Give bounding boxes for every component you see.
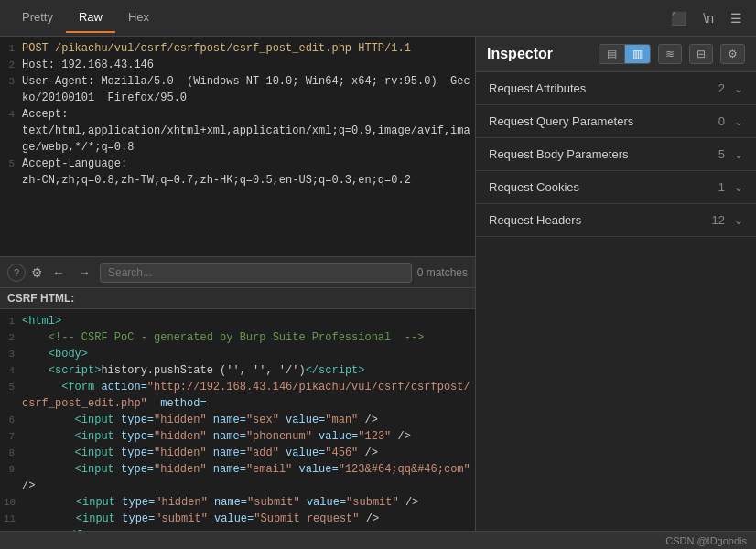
status-text: CSDN @IDgoodis <box>665 535 747 546</box>
chevron-down-icon: ⌄ <box>734 214 743 227</box>
code-line: 6 <input type="hidden" name="sex" value=… <box>0 412 475 428</box>
csrf-code-area[interactable]: 1 <html> 2 <!-- CSRF PoC - generated by … <box>0 309 475 531</box>
csrf-section-label: CSRF HTML: <box>0 287 475 309</box>
back-nav-button[interactable]: ← <box>49 264 69 282</box>
inspector-row-count: 0 <box>718 114 725 128</box>
menu-icon[interactable]: ☰ <box>726 9 747 27</box>
question-icon[interactable]: ? <box>7 264 26 282</box>
chevron-down-icon: ⌄ <box>734 115 743 128</box>
tab-raw[interactable]: Raw <box>66 3 115 33</box>
code-line: 7 <input type="hidden" name="phonenum" v… <box>0 428 475 445</box>
gear-icon[interactable]: ⚙ <box>31 265 43 280</box>
code-line: 5 Accept-Language: zh-CN,zh;q=0.8,zh-TW;… <box>0 156 475 188</box>
code-line: 2 <!-- CSRF PoC - generated by Burp Suit… <box>0 329 475 346</box>
main-content: 1 POST /pikachu/vul/csrf/csrfpost/csrf_p… <box>0 37 756 531</box>
inspector-row-label: Request Query Parameters <box>489 114 718 128</box>
view-icon-right[interactable]: ▥ <box>625 45 650 63</box>
chevron-down-icon: ⌄ <box>734 148 743 161</box>
code-line: 4 <script>history.pushState ('', '', '/'… <box>0 362 475 379</box>
code-line: 1 POST /pikachu/vul/csrf/csrfpost/csrf_p… <box>0 40 475 57</box>
search-result-count: 0 matches <box>417 266 468 279</box>
inspector-body: Request Attributes 2 ⌄ Request Query Par… <box>476 72 756 531</box>
chevron-down-icon: ⌄ <box>734 181 743 194</box>
inspector-header: Inspector ▤ ▥ ≋ ⊟ ⚙ <box>476 37 756 72</box>
newline-icon[interactable]: \n <box>698 9 718 27</box>
code-line: 9 <input type="hidden" name="email" valu… <box>0 461 475 494</box>
inspector-row-label: Request Body Parameters <box>489 147 718 161</box>
inspector-title: Inspector <box>487 46 591 62</box>
view-toggle-group: ▤ ▥ <box>599 44 651 64</box>
settings-icon[interactable]: ⚙ <box>720 44 745 64</box>
wrap-icon[interactable]: ⬛ <box>666 9 691 27</box>
top-tab-bar: Pretty Raw Hex ⬛ \n ☰ <box>0 0 756 37</box>
code-line: 4 Accept: text/html,application/xhtml+xm… <box>0 106 475 156</box>
right-panel: Inspector ▤ ▥ ≋ ⊟ ⚙ Request Attributes 2… <box>476 37 756 531</box>
filter-icon[interactable]: ⊟ <box>689 44 713 64</box>
inspector-row-attributes[interactable]: Request Attributes 2 ⌄ <box>476 72 756 105</box>
code-line: 3 User-Agent: Mozilla/5.0 (Windows NT 10… <box>0 73 475 106</box>
inspector-row-label: Request Cookies <box>489 180 718 194</box>
status-bar: CSDN @IDgoodis <box>0 531 756 549</box>
inspector-row-query-params[interactable]: Request Query Parameters 0 ⌄ <box>476 105 756 138</box>
inspector-row-label: Request Headers <box>489 213 712 227</box>
left-panel: 1 POST /pikachu/vul/csrf/csrfpost/csrf_p… <box>0 37 476 531</box>
request-code-area[interactable]: 1 POST /pikachu/vul/csrf/csrfpost/csrf_p… <box>0 37 475 256</box>
code-line: 8 <input type="hidden" name="add" value=… <box>0 445 475 461</box>
sort-icon[interactable]: ≋ <box>658 44 682 64</box>
code-line: 2 Host: 192.168.43.146 <box>0 57 475 73</box>
tab-hex[interactable]: Hex <box>115 3 162 33</box>
search-input[interactable] <box>100 263 412 283</box>
code-line: 5 <form action="http://192.168.43.146/pi… <box>0 379 475 412</box>
view-icon-left[interactable]: ▤ <box>599 45 625 63</box>
inspector-row-headers[interactable]: Request Headers 12 ⌄ <box>476 204 756 237</box>
code-line: 11 <input type="submit" value="Submit re… <box>0 511 475 527</box>
forward-nav-button[interactable]: → <box>74 264 94 282</box>
chevron-down-icon: ⌄ <box>734 82 743 95</box>
inspector-row-body-params[interactable]: Request Body Parameters 5 ⌄ <box>476 138 756 171</box>
inspector-row-count: 12 <box>712 213 725 227</box>
inspector-row-cookies[interactable]: Request Cookies 1 ⌄ <box>476 171 756 204</box>
inspector-row-count: 1 <box>718 180 725 194</box>
inspector-row-label: Request Attributes <box>489 81 718 95</box>
code-line: 1 <html> <box>0 313 475 329</box>
code-line: 3 <body> <box>0 346 475 362</box>
code-line: 10 <input type="hidden" name="submit" va… <box>0 494 475 511</box>
inspector-row-count: 5 <box>718 147 725 161</box>
inspector-row-count: 2 <box>718 81 725 95</box>
tab-pretty[interactable]: Pretty <box>9 3 66 33</box>
search-bar: ? ⚙ ← → 0 matches <box>0 256 475 287</box>
